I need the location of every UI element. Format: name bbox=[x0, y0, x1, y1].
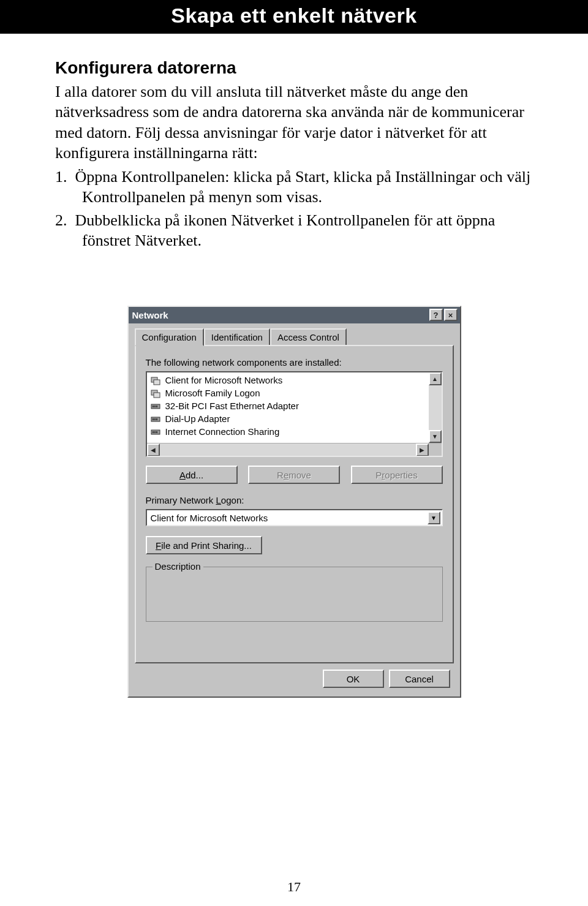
svg-rect-1 bbox=[154, 380, 160, 385]
client-icon bbox=[151, 388, 162, 398]
component-buttons: AAdd...dd... RemoveRemove PropertiesProp… bbox=[146, 466, 443, 484]
svg-rect-13 bbox=[153, 431, 154, 433]
file-print-sharing-button[interactable]: File and Print Sharing...File and Print … bbox=[146, 536, 262, 554]
scroll-down-icon[interactable]: ▼ bbox=[429, 430, 442, 443]
ok-button[interactable]: OK bbox=[323, 670, 384, 688]
section-heading: Konfigurera datorerna bbox=[55, 58, 533, 78]
dialog-title: Network bbox=[132, 310, 168, 320]
page-banner: Skapa ett enkelt nätverk bbox=[0, 0, 588, 34]
adapter-icon bbox=[151, 414, 162, 424]
scrollbar-horizontal[interactable]: ◀ ▶ bbox=[147, 443, 442, 456]
svg-rect-9 bbox=[153, 418, 154, 420]
logon-value: Client for Microsoft Networks bbox=[151, 513, 268, 523]
logon-label: Primary Network Logon:Primary Network Lo… bbox=[146, 495, 443, 505]
dialog-action-row: OK Cancel bbox=[129, 670, 460, 696]
svg-rect-11 bbox=[156, 418, 157, 420]
help-button[interactable]: ? bbox=[429, 309, 443, 321]
screenshot-figure: Network ? × Configuration Identification… bbox=[55, 306, 533, 698]
components-listbox[interactable]: Client for Microsoft Networks Microsoft … bbox=[146, 371, 443, 457]
scroll-up-icon[interactable]: ▲ bbox=[429, 372, 442, 385]
svg-rect-14 bbox=[154, 431, 156, 433]
page-number: 17 bbox=[0, 879, 588, 895]
scroll-right-icon[interactable]: ▶ bbox=[416, 444, 429, 456]
svg-rect-7 bbox=[156, 406, 157, 407]
adapter-icon bbox=[151, 401, 162, 411]
close-button[interactable]: × bbox=[444, 309, 458, 321]
list-item[interactable]: Microsoft Family Logon bbox=[147, 387, 442, 399]
svg-rect-6 bbox=[154, 406, 156, 407]
cancel-button[interactable]: Cancel bbox=[389, 670, 450, 688]
properties-button[interactable]: PropertiesProperties bbox=[351, 466, 443, 484]
description-groupbox: Description bbox=[146, 567, 443, 622]
add-button[interactable]: AAdd...dd... bbox=[146, 466, 238, 484]
list-item[interactable]: Client for Microsoft Networks bbox=[147, 374, 442, 387]
steps-list: 1. Öppna Kontrollpanelen: klicka på Star… bbox=[55, 167, 533, 251]
intro-paragraph: I alla datorer som du vill ansluta till … bbox=[55, 81, 533, 163]
list-item[interactable]: Dial-Up Adapter bbox=[147, 412, 442, 425]
chevron-down-icon[interactable]: ▼ bbox=[428, 512, 440, 524]
tab-panel-configuration: The following network components are ins… bbox=[135, 345, 454, 663]
banner-title: Skapa ett enkelt nätverk bbox=[171, 4, 417, 27]
remove-button[interactable]: RemoveRemove bbox=[248, 466, 340, 484]
logon-combobox[interactable]: Client for Microsoft Networks ▼ bbox=[146, 509, 443, 526]
list-item[interactable]: Internet Connection Sharing bbox=[147, 425, 442, 438]
svg-rect-15 bbox=[156, 431, 157, 433]
tab-identification[interactable]: Identification bbox=[204, 328, 270, 345]
tabs-row: Configuration Identification Access Cont… bbox=[129, 323, 460, 345]
tab-access-control[interactable]: Access Control bbox=[270, 328, 347, 345]
scrollbar-corner bbox=[429, 444, 442, 456]
step-1: 1. Öppna Kontrollpanelen: klicka på Star… bbox=[55, 167, 533, 208]
scroll-left-icon[interactable]: ◀ bbox=[147, 444, 160, 456]
svg-rect-3 bbox=[154, 393, 160, 398]
network-dialog: Network ? × Configuration Identification… bbox=[127, 306, 461, 698]
scrollbar-vertical[interactable]: ▲ ▼ bbox=[429, 372, 442, 443]
list-item[interactable]: 32-Bit PCI Fast Ethernet Adapter bbox=[147, 399, 442, 412]
tab-configuration[interactable]: Configuration bbox=[135, 328, 204, 346]
svg-rect-5 bbox=[153, 406, 154, 407]
dialog-titlebar[interactable]: Network ? × bbox=[129, 307, 460, 323]
client-icon bbox=[151, 376, 162, 385]
description-label: Description bbox=[153, 561, 203, 572]
close-icon: × bbox=[448, 311, 453, 320]
adapter-icon bbox=[151, 427, 162, 437]
components-label: The following network components are ins… bbox=[146, 357, 443, 368]
svg-rect-10 bbox=[154, 418, 156, 420]
step-2: 2. Dubbelklicka på ikonen Nätverket i Ko… bbox=[55, 210, 533, 251]
